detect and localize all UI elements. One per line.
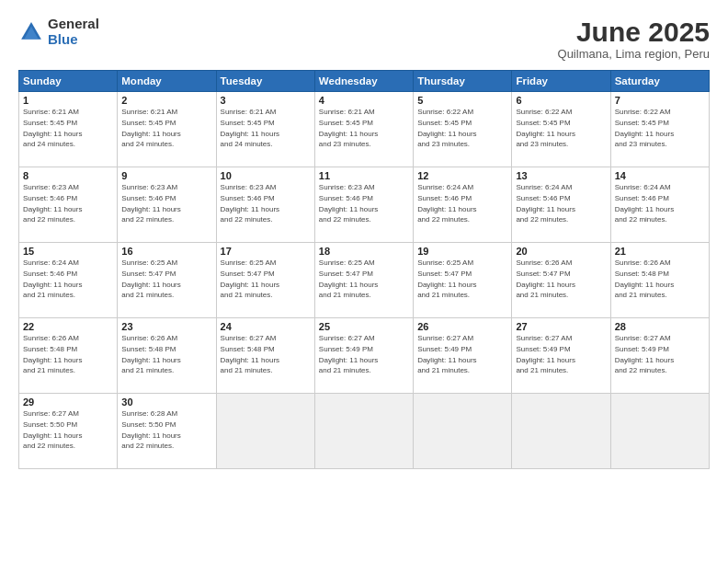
- table-row: [216, 394, 314, 469]
- day-number: 20: [516, 246, 606, 257]
- day-number: 4: [319, 95, 409, 106]
- table-row: 4Sunrise: 6:21 AMSunset: 5:45 PMDaylight…: [314, 92, 413, 167]
- table-row: 16Sunrise: 6:25 AMSunset: 5:47 PMDayligh…: [118, 243, 216, 318]
- calendar-week-1: 1Sunrise: 6:21 AMSunset: 5:45 PMDaylight…: [19, 92, 710, 167]
- table-row: 1Sunrise: 6:21 AMSunset: 5:45 PMDaylight…: [19, 92, 118, 167]
- day-info: Sunrise: 6:27 AMSunset: 5:49 PMDaylight:…: [319, 334, 378, 374]
- day-info: Sunrise: 6:27 AMSunset: 5:50 PMDaylight:…: [23, 409, 82, 450]
- day-info: Sunrise: 6:24 AMSunset: 5:46 PMDaylight:…: [615, 183, 674, 224]
- day-number: 5: [417, 95, 507, 106]
- table-row: 12Sunrise: 6:24 AMSunset: 5:46 PMDayligh…: [414, 167, 512, 243]
- day-info: Sunrise: 6:26 AMSunset: 5:48 PMDaylight:…: [121, 334, 180, 374]
- day-info: Sunrise: 6:24 AMSunset: 5:46 PMDaylight:…: [417, 183, 476, 224]
- day-number: 30: [121, 396, 211, 408]
- calendar-week-5: 29Sunrise: 6:27 AMSunset: 5:50 PMDayligh…: [19, 394, 710, 469]
- calendar-title: June 2025: [558, 17, 710, 47]
- table-row: 17Sunrise: 6:25 AMSunset: 5:47 PMDayligh…: [216, 243, 314, 318]
- day-info: Sunrise: 6:23 AMSunset: 5:46 PMDaylight:…: [121, 183, 180, 224]
- table-row: 7Sunrise: 6:22 AMSunset: 5:45 PMDaylight…: [610, 92, 709, 167]
- day-number: 29: [23, 396, 113, 408]
- day-number: 2: [121, 95, 211, 106]
- day-info: Sunrise: 6:28 AMSunset: 5:50 PMDaylight:…: [121, 409, 180, 450]
- table-row: 21Sunrise: 6:26 AMSunset: 5:48 PMDayligh…: [610, 243, 709, 318]
- day-number: 27: [516, 321, 606, 332]
- table-row: 27Sunrise: 6:27 AMSunset: 5:49 PMDayligh…: [512, 318, 610, 394]
- title-block: June 2025 Quilmana, Lima region, Peru: [558, 17, 710, 61]
- day-info: Sunrise: 6:23 AMSunset: 5:46 PMDaylight:…: [319, 183, 378, 224]
- table-row: 23Sunrise: 6:26 AMSunset: 5:48 PMDayligh…: [118, 318, 216, 394]
- calendar-week-2: 8Sunrise: 6:23 AMSunset: 5:46 PMDaylight…: [19, 167, 710, 243]
- day-number: 17: [221, 246, 311, 257]
- table-row: 8Sunrise: 6:23 AMSunset: 5:46 PMDaylight…: [19, 167, 118, 243]
- day-number: 14: [615, 170, 705, 181]
- day-number: 7: [615, 95, 705, 106]
- day-number: 12: [417, 170, 507, 181]
- day-info: Sunrise: 6:25 AMSunset: 5:47 PMDaylight:…: [319, 259, 378, 299]
- day-number: 21: [615, 246, 705, 257]
- calendar-subtitle: Quilmana, Lima region, Peru: [558, 47, 710, 61]
- day-info: Sunrise: 6:21 AMSunset: 5:45 PMDaylight:…: [319, 108, 378, 148]
- calendar-header-row: Sunday Monday Tuesday Wednesday Thursday…: [19, 71, 710, 92]
- col-tuesday: Tuesday: [216, 71, 314, 92]
- table-row: 20Sunrise: 6:26 AMSunset: 5:47 PMDayligh…: [512, 243, 610, 318]
- day-number: 26: [417, 321, 507, 332]
- logo-general-text: General: [48, 17, 99, 32]
- table-row: 30Sunrise: 6:28 AMSunset: 5:50 PMDayligh…: [118, 394, 216, 469]
- day-info: Sunrise: 6:21 AMSunset: 5:45 PMDaylight:…: [221, 108, 279, 148]
- day-info: Sunrise: 6:23 AMSunset: 5:46 PMDaylight:…: [221, 183, 279, 224]
- day-number: 16: [121, 246, 211, 257]
- day-number: 24: [221, 321, 311, 332]
- logo-text: General Blue: [48, 17, 99, 47]
- col-sunday: Sunday: [19, 71, 118, 92]
- table-row: 28Sunrise: 6:27 AMSunset: 5:49 PMDayligh…: [610, 318, 709, 394]
- day-number: 23: [121, 321, 211, 332]
- table-row: 19Sunrise: 6:25 AMSunset: 5:47 PMDayligh…: [414, 243, 512, 318]
- table-row: 5Sunrise: 6:22 AMSunset: 5:45 PMDaylight…: [414, 92, 512, 167]
- table-row: 26Sunrise: 6:27 AMSunset: 5:49 PMDayligh…: [414, 318, 512, 394]
- table-row: 15Sunrise: 6:24 AMSunset: 5:46 PMDayligh…: [19, 243, 118, 318]
- day-info: Sunrise: 6:25 AMSunset: 5:47 PMDaylight:…: [121, 259, 180, 299]
- table-row: 13Sunrise: 6:24 AMSunset: 5:46 PMDayligh…: [512, 167, 610, 243]
- day-number: 6: [516, 95, 606, 106]
- day-number: 10: [221, 170, 311, 181]
- day-number: 3: [221, 95, 311, 106]
- table-row: 22Sunrise: 6:26 AMSunset: 5:48 PMDayligh…: [19, 318, 118, 394]
- day-info: Sunrise: 6:27 AMSunset: 5:49 PMDaylight:…: [516, 334, 574, 374]
- day-number: 19: [417, 246, 507, 257]
- table-row: [610, 394, 709, 469]
- table-row: 9Sunrise: 6:23 AMSunset: 5:46 PMDaylight…: [118, 167, 216, 243]
- day-number: 18: [319, 246, 409, 257]
- table-row: [314, 394, 413, 469]
- col-friday: Friday: [512, 71, 610, 92]
- col-thursday: Thursday: [414, 71, 512, 92]
- table-row: 18Sunrise: 6:25 AMSunset: 5:47 PMDayligh…: [314, 243, 413, 318]
- table-row: 11Sunrise: 6:23 AMSunset: 5:46 PMDayligh…: [314, 167, 413, 243]
- logo-icon: [18, 19, 44, 45]
- page: General Blue June 2025 Quilmana, Lima re…: [0, 0, 728, 563]
- table-row: 29Sunrise: 6:27 AMSunset: 5:50 PMDayligh…: [19, 394, 118, 469]
- day-info: Sunrise: 6:21 AMSunset: 5:45 PMDaylight:…: [121, 108, 180, 148]
- table-row: 3Sunrise: 6:21 AMSunset: 5:45 PMDaylight…: [216, 92, 314, 167]
- day-info: Sunrise: 6:21 AMSunset: 5:45 PMDaylight:…: [23, 108, 82, 148]
- table-row: 24Sunrise: 6:27 AMSunset: 5:48 PMDayligh…: [216, 318, 314, 394]
- day-number: 15: [23, 246, 113, 257]
- day-info: Sunrise: 6:25 AMSunset: 5:47 PMDaylight:…: [417, 259, 476, 299]
- day-info: Sunrise: 6:25 AMSunset: 5:47 PMDaylight:…: [221, 259, 279, 299]
- day-info: Sunrise: 6:27 AMSunset: 5:49 PMDaylight:…: [417, 334, 476, 374]
- day-info: Sunrise: 6:23 AMSunset: 5:46 PMDaylight:…: [23, 183, 82, 224]
- table-row: [414, 394, 512, 469]
- day-info: Sunrise: 6:26 AMSunset: 5:48 PMDaylight:…: [23, 334, 82, 374]
- table-row: [512, 394, 610, 469]
- day-number: 9: [121, 170, 211, 181]
- day-number: 13: [516, 170, 606, 181]
- logo: General Blue: [18, 17, 99, 47]
- day-number: 25: [319, 321, 409, 332]
- table-row: 6Sunrise: 6:22 AMSunset: 5:45 PMDaylight…: [512, 92, 610, 167]
- col-saturday: Saturday: [610, 71, 709, 92]
- day-number: 22: [23, 321, 113, 332]
- calendar-table: Sunday Monday Tuesday Wednesday Thursday…: [18, 70, 710, 469]
- table-row: 25Sunrise: 6:27 AMSunset: 5:49 PMDayligh…: [314, 318, 413, 394]
- day-info: Sunrise: 6:26 AMSunset: 5:48 PMDaylight:…: [615, 259, 674, 299]
- calendar-week-3: 15Sunrise: 6:24 AMSunset: 5:46 PMDayligh…: [19, 243, 710, 318]
- day-info: Sunrise: 6:22 AMSunset: 5:45 PMDaylight:…: [417, 108, 476, 148]
